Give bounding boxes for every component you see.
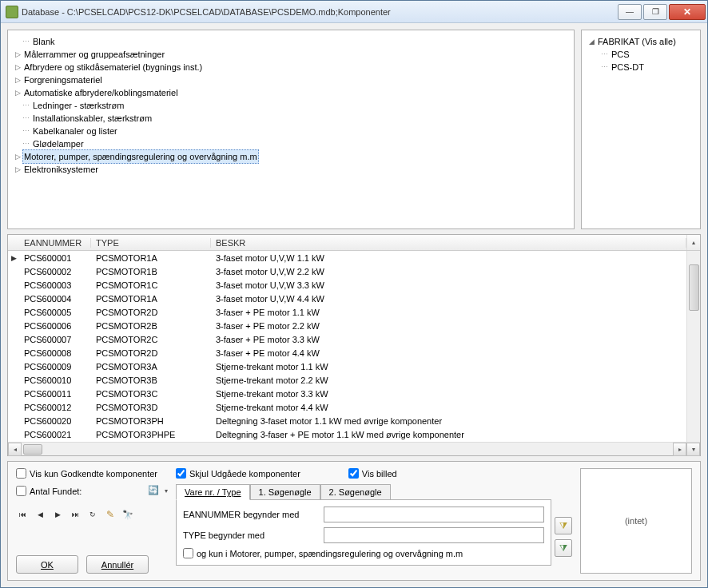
tab-sogenøgle-2[interactable]: 2. Søgenøgle (320, 484, 391, 500)
fabrikat-tree[interactable]: ◢ FABRIKAT (Vis alle) ⋯PCS⋯PCS-DT (581, 30, 701, 229)
scroll-right-arrow[interactable]: ▸ (673, 443, 686, 456)
tree-item[interactable]: ▷Afbrydere og stikdåsemateriel (bygnings… (13, 61, 569, 74)
antal-fundet-checkbox[interactable] (16, 486, 26, 496)
scroll-up-arrow[interactable]: ▴ (686, 235, 700, 250)
category-tree[interactable]: ⋯Blank▷Målerrammer og gruppeafsætninger▷… (7, 30, 575, 229)
cancel-button[interactable]: Annullér (86, 555, 149, 574)
tree-item[interactable]: ⋯Installationskabler, stærkstrøm (13, 112, 569, 125)
cell-ean: PCS600021 (19, 430, 91, 439)
nav-next-button[interactable]: ▶ (51, 508, 64, 521)
tree-label[interactable]: Forgreningsmateriel (22, 74, 104, 86)
table-row[interactable]: PCS600012PCSMOTOR3DStjerne-trekant motor… (8, 400, 700, 414)
tab-sogenøgle-1[interactable]: 1. Søgenøgle (250, 484, 320, 500)
expand-icon[interactable]: ▷ (13, 74, 22, 86)
cell-type: PCSMOTOR2C (91, 335, 211, 344)
scroll-left-arrow[interactable]: ◂ (8, 443, 22, 456)
tree-item[interactable]: ⋯Kabelkanaler og lister (13, 125, 569, 137)
nav-last-button[interactable]: ⏭ (69, 508, 82, 521)
col-header-beskr[interactable]: BESKR (211, 238, 686, 248)
collapse-icon[interactable]: ◢ (587, 35, 596, 48)
refresh-icon[interactable]: 🔄 (148, 485, 160, 497)
table-row[interactable]: PCS600009PCSMOTOR3AStjerne-trekant motor… (8, 360, 700, 373)
table-row[interactable]: PCS600004PCSMOTOR1A3-faset motor U,V,W 4… (8, 292, 700, 305)
grid-header: EANNUMMER TYPE BESKR ▴ (8, 235, 700, 251)
ok-button[interactable]: OK (16, 555, 78, 574)
tree-label[interactable]: Målerrammer og gruppeafsætninger (22, 48, 166, 61)
og-kun-i-label: og kun i Motorer, pumper, spændingsregul… (197, 549, 463, 558)
tree-label[interactable]: Blank (31, 35, 57, 48)
table-row[interactable]: PCS600007PCSMOTOR2C3-faser + PE motor 3.… (8, 332, 700, 346)
dropdown-icon[interactable]: ▾ (165, 487, 168, 495)
expand-icon[interactable]: ▷ (13, 163, 22, 176)
tree-item[interactable]: ⋯Blank (13, 35, 569, 48)
cell-type: PCSMOTOR3PHPE (91, 430, 211, 439)
table-row[interactable]: PCS600002PCSMOTOR1B3-faset motor U,V,W 2… (8, 264, 700, 278)
expand-icon[interactable]: ▷ (13, 61, 22, 74)
expand-icon[interactable]: ▷ (13, 150, 22, 163)
expand-icon[interactable]: ▷ (13, 48, 22, 61)
scroll-thumb-h[interactable] (23, 444, 42, 455)
maximize-button[interactable]: ❐ (643, 4, 667, 20)
tab-varenr[interactable]: Vare nr. / Type (176, 484, 250, 500)
type-search-input[interactable] (324, 527, 544, 543)
table-row[interactable]: PCS600006PCSMOTOR2B3-faser + PE motor 2.… (8, 319, 700, 332)
table-row[interactable]: PCS600010PCSMOTOR3BStjerne-trekant motor… (8, 373, 700, 387)
binoculars-icon[interactable]: 🔭 (121, 508, 134, 521)
ean-search-input[interactable] (324, 507, 544, 522)
filter-button-1[interactable]: ⧩ (555, 517, 572, 534)
scroll-thumb[interactable] (689, 264, 699, 311)
filter-button-2[interactable]: ⧩ (555, 539, 572, 557)
minimize-button[interactable]: — (618, 4, 642, 20)
tree-item[interactable]: ▷Automatiske afbrydere/koblingsmateriel (13, 86, 569, 99)
nav-refresh-button[interactable]: ↻ (86, 508, 99, 521)
cell-type: PCSMOTOR1A (91, 253, 211, 263)
table-row[interactable]: PCS600020PCSMOTOR3PHDeltegning 3-faset m… (8, 414, 700, 427)
col-header-ean[interactable]: EANNUMMER (19, 238, 91, 248)
tree-label[interactable]: Installationskabler, stærkstrøm (31, 112, 153, 125)
table-row[interactable]: PCS600008PCSMOTOR2D3-faser + PE motor 4.… (8, 346, 700, 360)
tree-label[interactable]: Automatiske afbrydere/koblingsmateriel (22, 86, 180, 99)
cell-ean: PCS600012 (19, 403, 91, 412)
fabrikat-label[interactable]: PCS (610, 48, 631, 61)
tree-item[interactable]: ▷Målerrammer og gruppeafsætninger (13, 48, 569, 61)
horizontal-scrollbar[interactable]: ◂ ▸ ▾ (8, 442, 700, 455)
edit-icon[interactable]: ✎ (104, 508, 117, 521)
nav-prev-button[interactable]: ◀ (34, 508, 46, 521)
tree-label[interactable]: Ledninger - stærkstrøm (31, 99, 125, 112)
table-row[interactable]: PCS600021PCSMOTOR3PHPEDeltegning 3-faser… (8, 427, 700, 441)
fabrikat-root[interactable]: FABRIKAT (Vis alle) (596, 35, 678, 48)
tree-item[interactable]: ⋯Ledninger - stærkstrøm (13, 99, 569, 112)
vis-billed-checkbox[interactable] (348, 468, 359, 479)
tree-item[interactable]: ▷Elektroniksystemer (13, 163, 569, 176)
col-header-type[interactable]: TYPE (91, 238, 211, 248)
titlebar[interactable]: Database - C:\PCSELCAD\PCS12-DK\PCSELCAD… (1, 1, 707, 23)
tree-item[interactable]: ▷Forgreningsmateriel (13, 74, 569, 86)
table-row[interactable]: PCS600003PCSMOTOR1C3-faset motor U,V,W 3… (8, 278, 700, 292)
cell-type: PCSMOTOR1A (91, 294, 211, 304)
components-grid[interactable]: EANNUMMER TYPE BESKR ▴ ▶PCS600001PCSMOTO… (7, 234, 701, 456)
vertical-scrollbar[interactable] (686, 251, 700, 442)
vis-kun-godkendte-checkbox[interactable] (16, 468, 26, 479)
tree-label[interactable]: Elektroniksystemer (22, 163, 100, 176)
skjul-udgaede-checkbox[interactable] (176, 468, 186, 479)
nav-first-button[interactable]: ⏮ (16, 508, 29, 521)
fabrikat-item[interactable]: ⋯PCS-DT (601, 61, 695, 74)
tree-label[interactable]: Motorer, pumper, spændingsregulering og … (22, 149, 259, 164)
og-kun-i-checkbox[interactable] (183, 548, 193, 558)
cell-type: PCSMOTOR3D (91, 403, 211, 412)
close-button[interactable]: ✕ (669, 4, 706, 20)
table-row[interactable]: ▶PCS600001PCSMOTOR1A3-faset motor U,V,W … (8, 251, 700, 264)
funnel-icon: ⧩ (559, 542, 567, 554)
table-row[interactable]: PCS600011PCSMOTOR3CStjerne-trekant motor… (8, 387, 700, 400)
tree-label[interactable]: Kabelkanaler og lister (31, 125, 119, 137)
tree-item[interactable]: ⋯Glødelamper (13, 137, 569, 150)
tree-item[interactable]: ▷Motorer, pumper, spændingsregulering og… (13, 150, 569, 163)
expand-icon[interactable]: ▷ (13, 86, 22, 99)
fabrikat-label[interactable]: PCS-DT (610, 61, 646, 74)
skjul-udgaede-label: Skjul Udgåede komponenter (189, 469, 300, 479)
table-row[interactable]: PCS600005PCSMOTOR2D3-faser + PE motor 1.… (8, 305, 700, 319)
scroll-down-arrow[interactable]: ▾ (686, 443, 700, 456)
fabrikat-item[interactable]: ⋯PCS (601, 48, 695, 61)
tree-label[interactable]: Glødelamper (31, 137, 86, 150)
tree-label[interactable]: Afbrydere og stikdåsemateriel (bygnings … (22, 61, 204, 74)
